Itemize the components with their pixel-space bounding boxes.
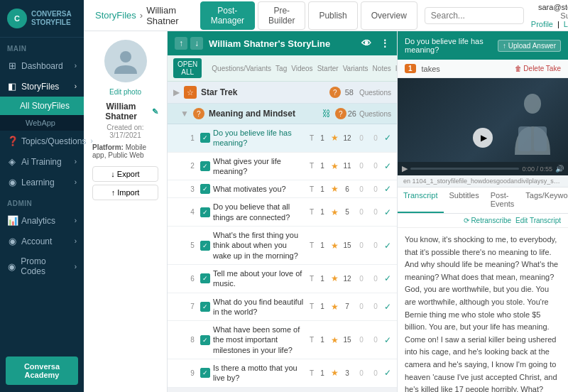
- question-row[interactable]: 1 ✓ Do you believe life has meaning? T 1…: [168, 124, 397, 153]
- transcript-actions: ⟳ Retranscribe Edit Transcript: [398, 214, 568, 228]
- question-row[interactable]: 4 ✓ Do you believe that all things are c…: [168, 198, 397, 227]
- conversa-academy-button[interactable]: Conversa Academy: [6, 356, 78, 385]
- question-notes: 0: [356, 369, 367, 377]
- question-checkbox[interactable]: ✓: [200, 133, 210, 143]
- upload-answer-button[interactable]: ↑ Upload Answer: [498, 40, 561, 52]
- sidebar-item-dashboard[interactable]: ⊞ Dashboard ›: [0, 55, 84, 76]
- sort-up-button[interactable]: ↑: [175, 37, 187, 50]
- sidebar-item-account[interactable]: ◉ Account ›: [0, 231, 84, 251]
- takes-count-badge: 1: [405, 64, 416, 73]
- tab-post-manager[interactable]: Post-Manager: [200, 1, 255, 30]
- question-checkbox[interactable]: ✓: [200, 335, 210, 345]
- story-panel: Edit photo William Shatner ✎ Created on:…: [84, 31, 168, 392]
- question-row[interactable]: 5 ✓ What's the first thing you think abo…: [168, 227, 397, 265]
- question-checkbox[interactable]: ✓: [200, 161, 210, 171]
- transcript-text: You know, it's shocking to me, to everyb…: [405, 234, 561, 392]
- subcategory-expand-icon: ▼: [180, 109, 189, 119]
- question-row[interactable]: 9 ✓ Is there a motto that you live by? T…: [168, 359, 397, 388]
- category-star-trek[interactable]: ▶ ☆ Star Trek ? 58 Questions: [168, 82, 397, 104]
- import-button[interactable]: ↑ Import: [92, 185, 158, 200]
- retranscribe-button[interactable]: ⟳ Retranscribe: [464, 217, 511, 224]
- tab-overview[interactable]: Overview: [361, 1, 417, 30]
- questions-list: 1 ✓ Do you believe life has meaning? T 1…: [168, 124, 397, 388]
- question-starter: ★: [331, 302, 339, 312]
- question-trans: ✓: [384, 184, 391, 194]
- volume-icon[interactable]: 🔊: [555, 165, 564, 173]
- question-text[interactable]: What do you find beautiful in the world?: [213, 297, 307, 317]
- question-text[interactable]: What's the first thing you think about w…: [213, 230, 307, 261]
- sidebar-item-all-storyfiles[interactable]: All StoryFiles: [0, 97, 84, 115]
- question-text[interactable]: Do you believe that all things are conne…: [213, 202, 307, 222]
- video-progress-bar[interactable]: [410, 168, 519, 170]
- question-trans: ✓: [384, 302, 391, 312]
- question-text[interactable]: What gives your life meaning?: [213, 156, 307, 177]
- subcategory-link-icon[interactable]: ⛓: [322, 109, 331, 119]
- question-checkbox[interactable]: ✓: [200, 368, 210, 378]
- category-icon: ☆: [184, 86, 197, 99]
- dashboard-icon: ⊞: [7, 60, 17, 71]
- sidebar-item-topics[interactable]: ❓ Topics/Questions ›: [0, 131, 84, 151]
- question-variants: 12: [342, 134, 353, 142]
- question-checkbox[interactable]: ✓: [200, 302, 210, 312]
- question-row[interactable]: 7 ✓ What do you find beautiful in the wo…: [168, 293, 397, 322]
- question-tag: T: [310, 241, 314, 249]
- question-row[interactable]: 3 ✓ What motivates you? T 1 ★ 6 0 0 ✓: [168, 180, 397, 198]
- tab-subtitles[interactable]: Subtitles: [444, 187, 485, 213]
- edit-name-icon[interactable]: ✎: [152, 107, 158, 116]
- edit-transcript-button[interactable]: Edit Transcript: [515, 217, 561, 224]
- question-row[interactable]: 2 ✓ What gives your life meaning? T 1 ★ …: [168, 153, 397, 181]
- export-button[interactable]: ↓ Export: [92, 166, 158, 182]
- play-button-overlay[interactable]: ▶: [473, 128, 493, 148]
- chevron-right-icon: ›: [75, 178, 77, 186]
- sidebar-item-learning[interactable]: ◉ Learning ›: [0, 172, 84, 192]
- question-text[interactable]: Do you believe life has meaning?: [213, 128, 307, 148]
- profile-link[interactable]: Profile: [531, 20, 553, 28]
- question-text[interactable]: What have been some of the most importan…: [213, 325, 307, 355]
- tab-publish[interactable]: Publish: [308, 1, 357, 30]
- question-checkbox[interactable]: ✓: [200, 184, 210, 194]
- question-text[interactable]: Tell me about your love of music.: [213, 268, 307, 289]
- story-created: Created on: 3/17/2021: [92, 124, 158, 139]
- question-checkbox[interactable]: ✓: [200, 273, 210, 283]
- question-number: 4: [187, 208, 197, 216]
- question-checkbox[interactable]: ✓: [200, 241, 210, 251]
- sort-down-button[interactable]: ↓: [190, 37, 203, 50]
- sidebar-item-webapp[interactable]: WebApp: [0, 115, 84, 131]
- question-row[interactable]: 8 ✓ What have been some of the most impo…: [168, 321, 397, 359]
- question-row[interactable]: 6 ✓ Tell me about your love of music. T …: [168, 265, 397, 293]
- storyline-header: ↑ ↓ William Shatner's StoryLine 👁 ⋮: [168, 31, 397, 55]
- video-controls: ▶ 0:00 / 0:55 🔊: [398, 162, 568, 175]
- edit-photo-link[interactable]: Edit photo: [109, 88, 141, 96]
- breadcrumb-current: William Shatner: [146, 5, 179, 26]
- question-checkbox[interactable]: ✓: [200, 207, 210, 217]
- settings-icon[interactable]: ⋮: [380, 38, 390, 49]
- logout-link[interactable]: Logout: [564, 20, 568, 28]
- sidebar-item-ai-training[interactable]: ◈ Ai Training ›: [0, 151, 84, 172]
- tab-tags-keywords[interactable]: Tags/Keywords: [520, 187, 568, 213]
- question-variants: 7: [342, 303, 353, 310]
- sidebar-item-promo[interactable]: ◉ Promo Codes ›: [0, 251, 84, 281]
- tab-transcript[interactable]: Transcript: [398, 187, 444, 213]
- tab-pre-builder[interactable]: Pre-Builder: [258, 1, 305, 30]
- question-number: 9: [187, 369, 197, 377]
- play-pause-button[interactable]: ▶: [402, 164, 408, 173]
- delete-take-button[interactable]: 🗑 Delete Take: [515, 65, 561, 72]
- subcategory-meaning-mindset[interactable]: ▼ ? Meaning and Mindset ⛓ ? 26 Questions: [168, 104, 397, 124]
- question-text[interactable]: What motivates you?: [213, 184, 307, 194]
- question-videos: 1: [317, 185, 328, 193]
- question-tag: T: [310, 162, 314, 170]
- open-all-button[interactable]: OPENALL: [173, 58, 202, 78]
- search-input[interactable]: [425, 7, 524, 24]
- question-text[interactable]: Is there a motto that you live by?: [213, 363, 307, 383]
- video-time: 0:00 / 0:55: [522, 165, 552, 173]
- question-notes: 0: [356, 275, 367, 283]
- breadcrumb-parent[interactable]: StoryFiles: [95, 10, 136, 21]
- subtitles-bar: en 1104_1_storyfilefile_howdoesgoodandiv…: [398, 175, 568, 187]
- question-videos: 1: [317, 241, 328, 249]
- question-variants: 15: [342, 336, 353, 344]
- sidebar-item-storyfiles[interactable]: ◧ StoryFiles ›: [0, 76, 84, 97]
- sidebar-item-analytics[interactable]: 📊 Analytics ›: [0, 210, 84, 231]
- eye-icon[interactable]: 👁: [361, 38, 371, 49]
- tab-post-events[interactable]: Post-Events: [485, 187, 520, 213]
- subcategory-count-label: Questions: [359, 110, 391, 118]
